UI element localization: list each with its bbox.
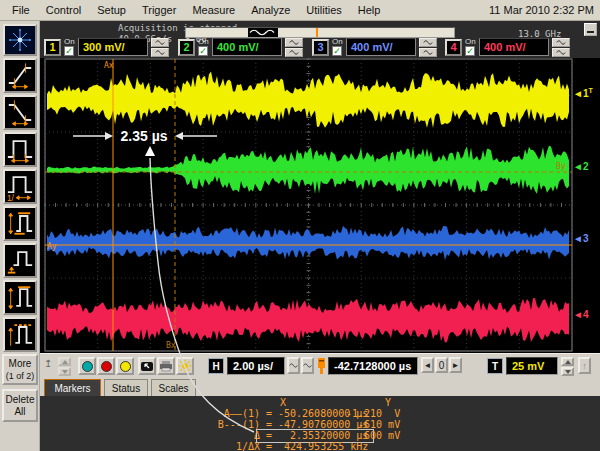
channel-1-coupling-icon[interactable] xyxy=(151,38,169,47)
spinner-up-disabled[interactable] xyxy=(58,357,71,366)
v-top-icon[interactable] xyxy=(3,317,37,352)
channel-4-controls: 4 On ✓ 400 mV/ xyxy=(445,38,577,58)
trigger-position-icon[interactable] xyxy=(317,358,326,374)
menu-analyze[interactable]: Analyze xyxy=(243,2,298,18)
rise-time-icon[interactable] xyxy=(3,58,37,93)
channel-2-controls: 2 On ✓ 400 mV/ xyxy=(178,38,310,58)
timebase-scale-display[interactable]: 2.00 µs/ xyxy=(227,357,285,375)
results-tab-bar: Markers Status Scales xyxy=(40,379,600,396)
channel-1-ground-marker[interactable]: ◄1T xyxy=(573,87,593,99)
realtime-mode-icon[interactable] xyxy=(287,357,300,374)
channel-4-probe-icon[interactable] xyxy=(552,48,570,57)
delta-time-value: 2.35 µs xyxy=(121,128,168,144)
channel-1-controls: 1 On ✓ 300 mV/ xyxy=(44,38,176,58)
marker-by-label: By xyxy=(556,162,566,171)
more-button[interactable]: More (1 of 2) xyxy=(2,354,38,385)
marker-c-color-button[interactable] xyxy=(116,357,134,375)
trigger-icon[interactable]: T xyxy=(487,358,503,374)
marker-b-y-value: -610 mV xyxy=(352,419,400,430)
channel-1-probe-icon[interactable] xyxy=(151,48,169,57)
tab-scales[interactable]: Scales xyxy=(151,379,196,396)
channel-2-ground-marker[interactable]: ◄2 xyxy=(573,161,588,172)
menu-bar: File Control Setup Trigger Measure Analy… xyxy=(0,0,600,21)
delete-label: Delete xyxy=(6,394,35,406)
menu-control[interactable]: Control xyxy=(38,2,89,18)
pulse-width-icon[interactable] xyxy=(3,132,37,167)
waveform-display: Ax Bx Ay By 2.35 µs ◄1T ◄2 ◄3 ◄4 xyxy=(40,58,600,353)
spinner-down-disabled[interactable] xyxy=(58,367,71,376)
marker-up-icon[interactable]: ↥ xyxy=(44,358,56,372)
tab-status[interactable]: Status xyxy=(104,379,148,396)
marker-readout-panel: X Y A——(1) = -50.26080000 µs -1.210 V B-… xyxy=(40,396,600,451)
channel-2-on-label: On xyxy=(198,37,209,46)
delete-all-button[interactable]: Delete All xyxy=(2,389,38,422)
channel-3-checkbox[interactable]: ✓ xyxy=(332,46,342,56)
trigger-level-up[interactable] xyxy=(561,357,574,366)
timebase-position-display[interactable]: -42.7128000 µs xyxy=(328,357,418,375)
marker-a-color-button[interactable] xyxy=(78,357,96,375)
channel-4-coupling-icon[interactable] xyxy=(552,38,570,47)
horizontal-icon[interactable]: H xyxy=(208,358,224,374)
menu-help[interactable]: Help xyxy=(350,2,389,18)
brightness-icon[interactable] xyxy=(176,357,194,375)
viewport-waveform-icon xyxy=(248,28,278,37)
inverse-delta-x-value: 424.953255 kHz xyxy=(278,441,368,451)
channel-2-scale[interactable]: 400 mV/ xyxy=(212,38,282,56)
channel-3-scale[interactable]: 400 mV/ xyxy=(346,38,416,56)
channel-4-button[interactable]: 4 xyxy=(445,39,462,56)
menu-setup[interactable]: Setup xyxy=(89,2,134,18)
channel-2-coupling-icon[interactable] xyxy=(285,38,303,47)
marker-a-y-value: -1.210 V xyxy=(346,408,400,419)
screen-capture-icon[interactable] xyxy=(138,357,156,375)
v-peak-to-peak-icon[interactable] xyxy=(3,206,37,241)
equivalent-mode-icon[interactable] xyxy=(301,357,314,374)
oscilloscope-application: File Control Setup Trigger Measure Analy… xyxy=(0,0,600,451)
menu-file[interactable]: File xyxy=(4,2,38,18)
channel-3-button[interactable]: 3 xyxy=(312,39,329,56)
fall-time-icon[interactable] xyxy=(3,95,37,130)
delta-y-value: 600 mV xyxy=(352,430,400,441)
channel-3-ground-marker[interactable]: ◄3 xyxy=(573,233,588,244)
x-column-header: X xyxy=(280,397,286,408)
channel-3-coupling-icon[interactable] xyxy=(419,38,437,47)
channel-1-scale[interactable]: 300 mV/ xyxy=(78,38,148,56)
channel-4-ground-marker[interactable]: ◄4 xyxy=(573,309,588,320)
channel-4-checkbox[interactable]: ✓ xyxy=(465,46,475,56)
menu-utilities[interactable]: Utilities xyxy=(298,2,349,18)
v-base-icon[interactable] xyxy=(3,243,37,278)
channel-2-probe-icon[interactable] xyxy=(285,48,303,57)
channel-2-button[interactable]: 2 xyxy=(178,39,195,56)
minimize-button[interactable] xyxy=(584,23,597,36)
channel-1-on-label: On xyxy=(64,37,75,46)
position-zero-button[interactable]: 0 xyxy=(435,357,448,373)
trigger-level-down[interactable] xyxy=(561,367,574,376)
channel-1-button[interactable]: 1 xyxy=(44,39,61,56)
menu-measure[interactable]: Measure xyxy=(184,2,243,18)
menu-trigger[interactable]: Trigger xyxy=(134,2,184,18)
measurement-sidebar: 1/ xyxy=(0,21,40,451)
delete-sub-label: All xyxy=(14,406,25,418)
channel-3-probe-icon[interactable] xyxy=(419,48,437,57)
channel-3-on-label: On xyxy=(332,37,343,46)
trigger-level-display[interactable]: 25 mV xyxy=(506,357,558,375)
channel-4-scale[interactable]: 400 mV/ xyxy=(479,38,549,56)
marker-b-label: B---(1) = xyxy=(190,419,272,430)
tab-markers[interactable]: Markers xyxy=(44,379,101,396)
channel-2-checkbox[interactable]: ✓ xyxy=(198,46,208,56)
print-icon[interactable] xyxy=(157,357,175,375)
clock: 11 Mar 2010 2:32 PM xyxy=(489,4,600,16)
frequency-icon[interactable]: 1/ xyxy=(3,169,37,204)
delta-label: Δ = xyxy=(190,430,272,441)
trigger-slope-icon[interactable]: ↑ xyxy=(578,357,591,374)
v-amplitude-icon[interactable] xyxy=(3,280,37,315)
marker-ax-label: Ax xyxy=(104,61,114,70)
acquisition-status-bar: Acquisition is stopped. 40.0 GSa/s 8.00 … xyxy=(40,21,600,58)
channel-1-checkbox[interactable]: ✓ xyxy=(64,46,74,56)
position-right-button[interactable]: ► xyxy=(449,357,462,373)
acquisition-viewport-bar[interactable] xyxy=(185,27,455,38)
marker-bx-label: Bx xyxy=(166,341,176,350)
more-label: More xyxy=(9,358,32,370)
position-left-button[interactable]: ◄ xyxy=(421,357,434,373)
agilent-logo-icon xyxy=(3,24,37,56)
marker-b-color-button[interactable] xyxy=(97,357,115,375)
